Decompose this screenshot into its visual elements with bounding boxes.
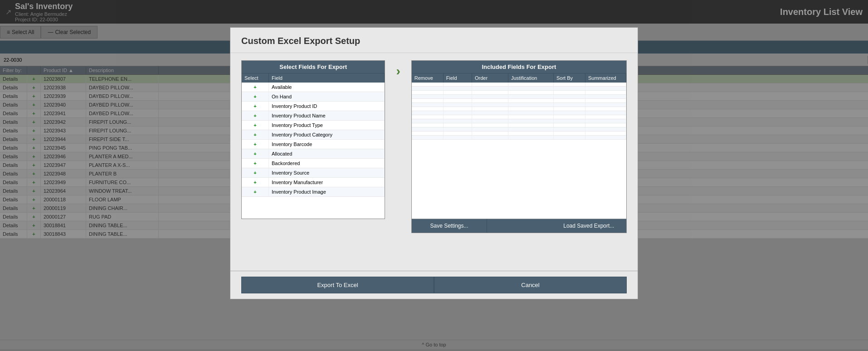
add-field-icon[interactable]: + bbox=[242, 149, 269, 158]
left-panel-subheader: Select Field bbox=[242, 73, 385, 83]
sortby-cell bbox=[554, 111, 585, 115]
justification-cell bbox=[508, 107, 554, 111]
sortby-cell bbox=[554, 115, 585, 119]
add-field-icon[interactable]: + bbox=[242, 140, 269, 149]
order-cell bbox=[472, 111, 508, 115]
field-cell bbox=[444, 119, 472, 123]
justification-cell bbox=[508, 99, 554, 102]
justification-cell bbox=[508, 115, 554, 119]
field-name: Inventory Product Image bbox=[269, 187, 385, 196]
add-field-icon[interactable]: + bbox=[242, 92, 269, 101]
remove-cell bbox=[412, 91, 444, 94]
left-field-row[interactable]: + Inventory Product Type bbox=[242, 121, 385, 130]
remove-cell bbox=[412, 83, 444, 86]
field-cell bbox=[444, 91, 472, 94]
left-field-row[interactable]: + Inventory Product Image bbox=[242, 187, 385, 197]
left-field-row[interactable]: + Inventory Product ID bbox=[242, 102, 385, 111]
export-to-excel-button[interactable]: Export To Excel bbox=[241, 277, 434, 293]
remove-cell bbox=[412, 136, 444, 139]
left-field-row[interactable]: + On Hand bbox=[242, 92, 385, 102]
summarized-cell bbox=[585, 99, 626, 102]
add-field-icon[interactable]: + bbox=[242, 121, 269, 130]
order-cell bbox=[472, 91, 508, 94]
left-field-row[interactable]: + Inventory Product Name bbox=[242, 111, 385, 121]
summarized-cell bbox=[585, 83, 626, 86]
field-name: Inventory Product Type bbox=[269, 121, 385, 130]
order-cell bbox=[472, 119, 508, 123]
sortby-cell bbox=[554, 119, 585, 123]
add-field-icon[interactable]: + bbox=[242, 178, 269, 187]
add-field-icon[interactable]: + bbox=[242, 187, 269, 196]
arrow-col: › bbox=[392, 66, 404, 82]
justification-cell bbox=[508, 111, 554, 115]
left-field-row[interactable]: + Backordered bbox=[242, 159, 385, 168]
remove-cell bbox=[412, 99, 444, 102]
save-settings-button[interactable]: Save Settings... bbox=[412, 219, 487, 233]
field-name: Inventory Product Name bbox=[269, 111, 385, 120]
add-field-icon[interactable]: + bbox=[242, 102, 269, 111]
right-panel-subheader: Remove Field Order Justification Sort By… bbox=[412, 73, 626, 83]
order-cell bbox=[472, 99, 508, 102]
sortby-cell bbox=[554, 136, 585, 139]
move-right-button[interactable]: › bbox=[396, 66, 400, 78]
justification-cell bbox=[508, 103, 554, 107]
col-field-header-r: Field bbox=[444, 73, 472, 83]
col-sortby-header: Sort By bbox=[554, 73, 585, 83]
summarized-cell bbox=[585, 123, 626, 127]
cancel-button[interactable]: Cancel bbox=[434, 277, 627, 293]
sortby-cell bbox=[554, 127, 585, 131]
field-cell bbox=[444, 87, 472, 90]
justification-cell bbox=[508, 123, 554, 127]
col-remove-header: Remove bbox=[412, 73, 444, 83]
summarized-cell bbox=[585, 119, 626, 123]
field-name: Inventory Barcode bbox=[269, 140, 385, 149]
justification-cell bbox=[508, 95, 554, 98]
right-field-row bbox=[412, 91, 626, 95]
right-field-row bbox=[412, 111, 626, 115]
field-cell bbox=[444, 103, 472, 107]
left-field-row[interactable]: + Inventory Product Category bbox=[242, 130, 385, 140]
field-cell bbox=[444, 107, 472, 111]
add-field-icon[interactable]: + bbox=[242, 159, 269, 168]
load-saved-button[interactable]: Load Saved Export... bbox=[551, 219, 626, 233]
field-cell bbox=[444, 83, 472, 86]
right-field-row bbox=[412, 132, 626, 136]
right-field-row bbox=[412, 127, 626, 132]
field-cell bbox=[444, 136, 472, 139]
add-field-icon[interactable]: + bbox=[242, 130, 269, 139]
add-field-icon[interactable]: + bbox=[242, 83, 269, 92]
remove-cell bbox=[412, 95, 444, 98]
left-field-row[interactable]: + Available bbox=[242, 83, 385, 92]
remove-cell bbox=[412, 107, 444, 111]
order-cell bbox=[472, 115, 508, 119]
modal-overlay: Custom Excel Export Setup Select Fields … bbox=[0, 66, 868, 349]
order-cell bbox=[472, 83, 508, 86]
right-field-row bbox=[412, 107, 626, 111]
order-cell bbox=[472, 136, 508, 139]
left-field-row[interactable]: + Inventory Manufacturer bbox=[242, 178, 385, 187]
add-field-icon[interactable]: + bbox=[242, 111, 269, 120]
export-dialog: Custom Excel Export Setup Select Fields … bbox=[230, 66, 638, 299]
sortby-cell bbox=[554, 103, 585, 107]
field-name: Inventory Manufacturer bbox=[269, 178, 385, 187]
col-justification-header: Justification bbox=[508, 73, 554, 83]
add-field-icon[interactable]: + bbox=[242, 168, 269, 177]
remove-cell bbox=[412, 119, 444, 123]
right-field-row bbox=[412, 123, 626, 127]
left-panel-header: Select Fields For Export bbox=[242, 66, 385, 73]
right-field-row bbox=[412, 87, 626, 91]
field-name: Available bbox=[269, 83, 385, 92]
justification-cell bbox=[508, 127, 554, 131]
field-name: Backordered bbox=[269, 159, 385, 168]
remove-cell bbox=[412, 123, 444, 127]
right-field-row bbox=[412, 83, 626, 87]
left-field-row[interactable]: + Allocated bbox=[242, 149, 385, 159]
left-field-row[interactable]: + Inventory Barcode bbox=[242, 140, 385, 149]
col-select-header: Select bbox=[242, 73, 269, 83]
dialog-body: Select Fields For Export Select Field + … bbox=[230, 66, 638, 271]
summarized-cell bbox=[585, 103, 626, 107]
right-field-row bbox=[412, 103, 626, 107]
order-cell bbox=[472, 123, 508, 127]
order-cell bbox=[472, 127, 508, 131]
left-field-row[interactable]: + Inventory Source bbox=[242, 168, 385, 178]
